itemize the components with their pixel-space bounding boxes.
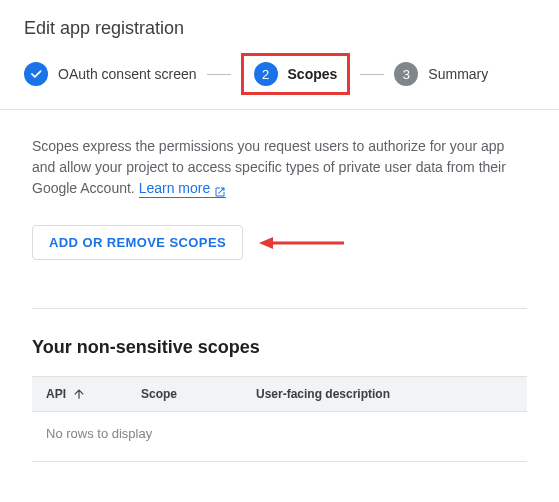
column-scope[interactable]: Scope [141, 387, 256, 401]
svg-marker-1 [259, 237, 273, 249]
step-label: Summary [428, 66, 488, 82]
annotation-arrow-icon [259, 235, 344, 251]
add-remove-scopes-button[interactable]: ADD OR REMOVE SCOPES [32, 225, 243, 260]
step-summary[interactable]: 3 Summary [394, 62, 488, 86]
connector [207, 74, 231, 75]
external-link-icon [214, 183, 226, 195]
sort-asc-icon [72, 387, 86, 401]
step-scopes[interactable]: 2 Scopes [254, 62, 338, 86]
annotation-highlight: 2 Scopes [241, 53, 351, 95]
step-label: OAuth consent screen [58, 66, 197, 82]
page-title: Edit app registration [24, 18, 535, 39]
scopes-table: API Scope User-facing description No row… [32, 376, 527, 462]
step-number-icon: 3 [394, 62, 418, 86]
column-description[interactable]: User-facing description [256, 387, 513, 401]
learn-more-link[interactable]: Learn more [139, 180, 227, 198]
table-header: API Scope User-facing description [32, 376, 527, 412]
table-empty-state: No rows to display [32, 412, 527, 462]
stepper: OAuth consent screen 2 Scopes 3 Summary [0, 53, 559, 110]
scopes-description: Scopes express the permissions you reque… [32, 136, 527, 199]
check-icon [24, 62, 48, 86]
step-oauth-consent[interactable]: OAuth consent screen [24, 62, 197, 86]
column-api[interactable]: API [46, 387, 141, 401]
step-label: Scopes [288, 66, 338, 82]
connector [360, 74, 384, 75]
step-number-icon: 2 [254, 62, 278, 86]
section-title: Your non-sensitive scopes [32, 337, 527, 358]
